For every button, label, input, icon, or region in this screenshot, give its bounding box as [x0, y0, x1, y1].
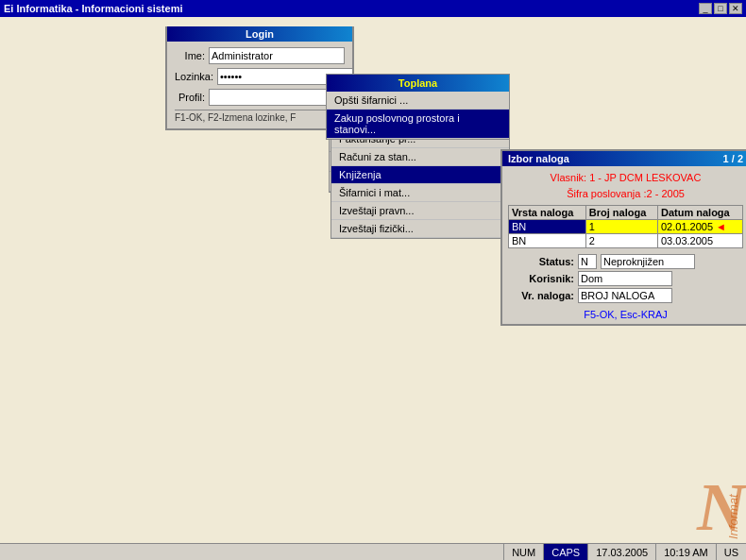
ime-row: Ime:	[175, 47, 345, 64]
row-arrow: ◄	[716, 221, 726, 232]
submenu-knjizenja[interactable]: Knjiženja	[331, 166, 509, 184]
toplana-menu: Toplana Opšti šifarnici ... Zakup poslov…	[326, 74, 510, 140]
window-titlebar: Ei Informatika - Informacioni sistemi _ …	[0, 0, 746, 17]
col-datum: Datum naloga	[657, 206, 742, 220]
login-body: Ime: Lozinka: Profil: F1-OK, F2-Izmena l…	[167, 42, 352, 128]
ime-label: Ime:	[175, 50, 205, 61]
izbor-dialog: Izbor naloga 1 / 2 Vlasnik: 1 - JP DCM L…	[500, 149, 746, 326]
submenu-izvestaji-fizicki[interactable]: Izveštaji fizički...	[331, 220, 509, 238]
status-value: Neproknjižen	[601, 254, 695, 269]
profil-label: Profil:	[175, 92, 205, 103]
izbor-title: Izbor naloga	[508, 153, 569, 164]
table-row[interactable]: BN 2 03.03.2005	[509, 234, 743, 248]
status-code: N	[578, 254, 597, 269]
num-indicator: NUM	[503, 544, 543, 560]
menu-item-opsisti[interactable]: Opšti šifarnici ...	[327, 92, 509, 110]
korisnik-label: Korisnik:	[508, 273, 574, 284]
login-hint: F1-OK, F2-Izmena lozinke, F	[175, 110, 345, 123]
submenu-sifarnici[interactable]: Šifarnici i mat...	[331, 184, 509, 202]
izbor-footer: F5-OK, Esc-KRAJ	[508, 309, 743, 320]
date-indicator: 17.03.2005	[587, 544, 655, 560]
login-title: Login	[167, 26, 352, 42]
korisnik-row: Korisnik: Dom	[508, 271, 743, 286]
submenu-racuni[interactable]: Računi za stan...	[331, 148, 509, 166]
ime-input[interactable]	[209, 47, 345, 64]
window-controls[interactable]: _ □ ✕	[699, 3, 742, 14]
izbor-titlebar: Izbor naloga 1 / 2	[502, 151, 746, 166]
caps-indicator: CAPS	[543, 544, 587, 560]
cell-broj-1: 1	[585, 220, 657, 234]
toplana-title: Toplana	[327, 75, 509, 92]
izbor-sifra: Šifra poslovanja :2 - 2005	[508, 186, 743, 202]
submenu-izvestaji-pravni[interactable]: Izveštaji pravn...	[331, 202, 509, 220]
profil-input[interactable]	[209, 89, 345, 106]
cell-datum-1: 02.01.2005 ◄	[657, 220, 742, 234]
izbor-status-section: Status: N Neproknjižen Korisnik: Dom Vr.…	[508, 254, 743, 303]
izbor-page: 1 / 2	[723, 153, 743, 164]
watermark-text: Informat	[726, 464, 740, 539]
window-title: Ei Informatika - Informacioni sistemi	[4, 3, 183, 14]
vr-naloga-row: Vr. naloga: BROJ NALOGA	[508, 288, 743, 303]
table-row[interactable]: BN 1 02.01.2005 ◄	[509, 220, 743, 234]
cell-vrsta-2: BN	[509, 234, 586, 248]
izbor-table: Vrsta naloga Broj naloga Datum naloga BN…	[508, 205, 743, 248]
cell-broj-2: 2	[585, 234, 657, 248]
izbor-body: Vlasnik: 1 - JP DCM LESKOVAC Šifra poslo…	[502, 166, 746, 324]
cell-vrsta-1: BN	[509, 220, 586, 234]
izbor-info: Vlasnik: 1 - JP DCM LESKOVAC Šifra poslo…	[508, 170, 743, 201]
col-vrsta: Vrsta naloga	[509, 206, 586, 220]
lozinka-label: Lozinka:	[175, 71, 213, 82]
vr-naloga-label: Vr. naloga:	[508, 290, 574, 301]
lozinka-row: Lozinka:	[175, 68, 345, 85]
time-indicator: 10:19 AM	[655, 544, 715, 560]
locale-indicator: US	[716, 544, 746, 560]
cell-datum-2: 03.03.2005	[657, 234, 742, 248]
status-bar: NUM CAPS 17.03.2005 10:19 AM US	[0, 543, 746, 560]
minimize-button[interactable]: _	[699, 3, 712, 14]
status-row: Status: N Neproknjižen	[508, 254, 743, 269]
maximize-button[interactable]: □	[714, 3, 727, 14]
izbor-owner: Vlasnik: 1 - JP DCM LESKOVAC	[508, 170, 743, 186]
main-area: Login Ime: Lozinka: Profil: F1-OK, F2-Iz…	[0, 17, 746, 560]
col-broj: Broj naloga	[585, 206, 657, 220]
close-button[interactable]: ✕	[729, 3, 742, 14]
vr-naloga-value: BROJ NALOGA	[578, 288, 672, 303]
status-label: Status:	[508, 256, 574, 267]
korisnik-value: Dom	[578, 271, 672, 286]
menu-item-zakup[interactable]: Zakup poslovnog prostora i stanovi...	[327, 110, 509, 139]
profil-row: Profil:	[175, 89, 345, 106]
